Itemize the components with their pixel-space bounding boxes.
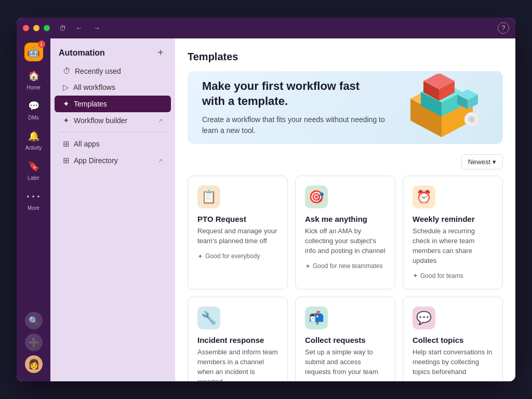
ask-me-anything-tag: ✦ Good for new teammates: [305, 262, 385, 270]
more-label: More: [28, 205, 39, 211]
stack-svg: [395, 74, 488, 141]
icon-sidebar: 🤖 1 🏠 Home 💬 DMs 🔔 Activity 🔖 Later • • …: [17, 38, 50, 381]
weekly-reminder-desc: Schedule a recurring check in where team…: [413, 227, 493, 265]
pto-request-desc: Request and manage your team's planned t…: [197, 227, 278, 246]
nav-panel: Automation + ⏱ Recently used ▷ All workf…: [50, 38, 175, 381]
sidebar-item-more[interactable]: • • • More: [20, 186, 47, 214]
nav-item-label: All workflows: [73, 83, 115, 91]
activity-icon: 🔔: [26, 129, 41, 143]
template-grid: 📋 PTO Request Request and manage your te…: [188, 176, 503, 381]
template-card-ask-me-anything[interactable]: 🎯 Ask me anything Kick off an AMA by col…: [295, 176, 395, 289]
later-icon: 🔖: [26, 159, 41, 174]
hero-text: Make your first workflow fastwith a temp…: [202, 79, 389, 136]
close-button[interactable]: [23, 25, 29, 31]
nav-item-label: Recently used: [75, 67, 121, 75]
collect-requests-title: Collect requests: [305, 336, 385, 344]
sparkle-icon: ✦: [305, 262, 311, 270]
hero-banner: Make your first workflow fastwith a temp…: [188, 71, 503, 144]
template-card-collect-requests[interactable]: 📬 Collect requests Set up a simple way t…: [295, 297, 395, 381]
nav-item-label: All apps: [74, 140, 100, 148]
templates-icon: ✦: [63, 99, 70, 109]
play-icon: ▷: [63, 83, 69, 92]
hero-title: Make your first workflow fastwith a temp…: [202, 79, 389, 109]
collect-requests-desc: Set up a simple way to submit and access…: [305, 348, 385, 377]
activity-label: Activity: [25, 145, 42, 151]
template-card-weekly-reminder[interactable]: ⏰ Weekly reminder Schedule a recurring c…: [403, 176, 503, 289]
notification-badge: 1: [38, 41, 45, 48]
sidebar-item-later[interactable]: 🔖 Later: [20, 156, 47, 184]
add-button[interactable]: ➕: [25, 334, 43, 351]
template-card-incident-response[interactable]: 🔧 Incident response Assemble and inform …: [188, 297, 288, 381]
minimize-button[interactable]: [33, 25, 39, 31]
main-window: ⏱ ← → ? 🤖 1 🏠 Home 💬 DMs 🔔 Activity: [17, 18, 515, 381]
sidebar-item-activity[interactable]: 🔔 Activity: [20, 126, 47, 154]
template-card-pto-request[interactable]: 📋 PTO Request Request and manage your te…: [188, 176, 288, 289]
nav-controls: ⏱ ← →: [59, 23, 103, 33]
sparkle-icon: ✦: [413, 272, 418, 280]
collect-topics-title: Collect topics: [413, 336, 493, 344]
titlebar: ⏱ ← → ?: [17, 18, 515, 38]
sidebar-item-home[interactable]: 🏠 Home: [20, 65, 47, 94]
page-title: Templates: [188, 51, 503, 63]
home-label: Home: [26, 85, 41, 90]
main-content: Templates Make your first workflow fastw…: [175, 38, 515, 381]
incident-response-desc: Assemble and inform team members in a ch…: [197, 348, 278, 381]
back-button[interactable]: ←: [72, 23, 86, 33]
nav-title: Automation: [59, 48, 105, 58]
ask-me-anything-desc: Kick off an AMA by collecting your subje…: [305, 227, 385, 256]
user-avatar[interactable]: 👩: [25, 355, 43, 373]
search-button[interactable]: 🔍: [25, 312, 43, 329]
hero-illustration: [395, 74, 488, 141]
nav-header: Automation +: [50, 43, 175, 63]
external-link-icon: ↗: [158, 117, 163, 124]
filter-label: Newest: [468, 158, 490, 166]
collect-topics-icon: 💬: [413, 307, 435, 329]
more-icon: • • •: [26, 189, 41, 204]
home-icon: 🏠: [26, 69, 41, 83]
chevron-down-icon: ▾: [493, 158, 496, 166]
apps-icon: ⊞: [63, 139, 70, 149]
nav-item-label: Templates: [74, 100, 107, 108]
hero-description: Create a workflow that fits your needs w…: [202, 114, 389, 136]
sidebar-item-dms[interactable]: 💬 DMs: [20, 96, 47, 124]
pto-request-icon: 📋: [197, 185, 220, 208]
weekly-reminder-tag: ✦ Good for teams: [413, 272, 493, 280]
nav-divider: [59, 132, 167, 132]
maximize-button[interactable]: [44, 25, 50, 31]
nav-item-app-directory[interactable]: ⊞ App Directory ↗: [55, 152, 171, 169]
pto-request-tag: ✦ Good for everybody: [197, 252, 278, 260]
collect-requests-icon: 📬: [305, 307, 328, 329]
app-icon[interactable]: 🤖 1: [24, 43, 43, 61]
filter-bar: Newest ▾: [188, 154, 503, 169]
sidebar-bottom: 🔍 ➕ 👩: [25, 312, 43, 377]
weekly-reminder-icon: ⏰: [413, 185, 435, 208]
app-body: 🤖 1 🏠 Home 💬 DMs 🔔 Activity 🔖 Later • • …: [17, 38, 515, 381]
later-label: Later: [28, 175, 39, 181]
nav-item-label: App Directory: [74, 156, 118, 165]
forward-button[interactable]: →: [90, 23, 103, 33]
collect-topics-desc: Help start conversations in meetings by …: [413, 348, 493, 377]
nav-item-recently-used[interactable]: ⏱ Recently used: [55, 63, 171, 79]
incident-response-title: Incident response: [197, 336, 278, 344]
nav-item-templates[interactable]: ✦ Templates: [55, 96, 171, 112]
builder-icon: ✦: [63, 116, 70, 125]
weekly-reminder-title: Weekly reminder: [413, 215, 493, 223]
filter-button[interactable]: Newest ▾: [461, 154, 503, 169]
nav-item-all-workflows[interactable]: ▷ All workflows: [55, 79, 171, 96]
template-card-collect-topics[interactable]: 💬 Collect topics Help start conversation…: [403, 297, 503, 381]
nav-item-all-apps[interactable]: ⊞ All apps: [55, 136, 171, 152]
help-button[interactable]: ?: [498, 22, 509, 34]
svg-point-14: [470, 117, 474, 122]
pto-request-title: PTO Request: [197, 215, 278, 223]
dms-icon: 💬: [26, 99, 41, 113]
dms-label: DMs: [28, 115, 39, 121]
clock-icon: ⏱: [59, 24, 66, 32]
incident-response-icon: 🔧: [197, 307, 220, 329]
nav-add-button[interactable]: +: [154, 46, 167, 60]
external-link-icon: ↗: [158, 157, 163, 164]
directory-icon: ⊞: [63, 156, 70, 165]
ask-me-anything-title: Ask me anything: [305, 215, 385, 223]
nav-item-label: Workflow builder: [74, 116, 127, 125]
ask-me-anything-icon: 🎯: [305, 185, 328, 208]
nav-item-workflow-builder[interactable]: ✦ Workflow builder ↗: [55, 112, 171, 129]
